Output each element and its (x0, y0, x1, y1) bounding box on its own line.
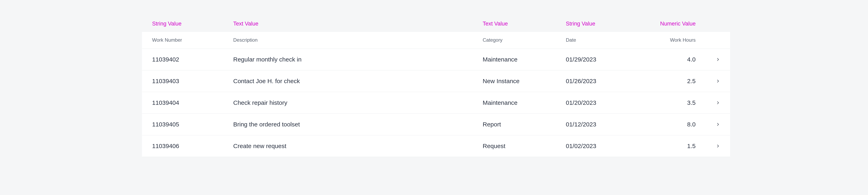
cell-date: 01/12/2023 (556, 114, 649, 135)
cell-work-number: 11039405 (142, 114, 223, 135)
cell-category: New Instance (472, 70, 556, 92)
column-header-row: Work Number Description Category Date Wo… (142, 31, 730, 49)
cell-work-number: 11039404 (142, 92, 223, 114)
cell-work-number: 11039406 (142, 135, 223, 157)
header-work-hours[interactable]: Work Hours (649, 32, 706, 48)
cell-category: Request (472, 135, 556, 157)
cell-work-hours: 2.5 (649, 70, 706, 92)
cell-work-hours: 3.5 (649, 92, 706, 114)
col-type-spacer (706, 16, 730, 31)
cell-date: 01/29/2023 (556, 49, 649, 70)
header-spacer (706, 32, 730, 48)
table-row[interactable]: 11039402 Regular monthly check in Mainte… (142, 49, 730, 70)
row-expand[interactable] (706, 136, 730, 156)
table-row[interactable]: 11039405 Bring the ordered toolset Repor… (142, 114, 730, 135)
cell-description: Contact Joe H. for check (223, 70, 472, 92)
col-type-category: Text Value (472, 16, 556, 31)
chevron-right-icon (716, 79, 720, 83)
cell-category: Maintenance (472, 49, 556, 70)
chevron-right-icon (716, 144, 720, 149)
col-type-date: String Value (556, 16, 649, 31)
header-date[interactable]: Date (556, 32, 649, 48)
col-type-work-hours: Numeric Value (649, 16, 706, 31)
cell-description: Regular monthly check in (223, 49, 472, 70)
header-category[interactable]: Category (472, 32, 556, 48)
col-type-work-number: String Value (142, 16, 223, 31)
cell-description: Check repair history (223, 92, 472, 114)
header-work-number[interactable]: Work Number (142, 32, 223, 48)
column-type-row: String Value Text Value Text Value Strin… (142, 16, 730, 31)
cell-date: 01/20/2023 (556, 92, 649, 114)
page: String Value Text Value Text Value Strin… (0, 0, 868, 195)
table-row[interactable]: 11039406 Create new request Request 01/0… (142, 135, 730, 157)
work-table: String Value Text Value Text Value Strin… (142, 16, 730, 157)
cell-work-number: 11039403 (142, 70, 223, 92)
cell-date: 01/26/2023 (556, 70, 649, 92)
cell-work-hours: 4.0 (649, 49, 706, 70)
row-expand[interactable] (706, 50, 730, 69)
cell-description: Bring the ordered toolset (223, 114, 472, 135)
row-expand[interactable] (706, 115, 730, 134)
col-type-description: Text Value (223, 16, 472, 31)
table-row[interactable]: 11039404 Check repair history Maintenanc… (142, 92, 730, 114)
cell-description: Create new request (223, 135, 472, 157)
cell-work-number: 11039402 (142, 49, 223, 70)
table-row[interactable]: 11039403 Contact Joe H. for check New In… (142, 70, 730, 92)
cell-work-hours: 8.0 (649, 114, 706, 135)
row-expand[interactable] (706, 93, 730, 113)
chevron-right-icon (716, 57, 720, 62)
cell-category: Report (472, 114, 556, 135)
cell-work-hours: 1.5 (649, 135, 706, 157)
chevron-right-icon (716, 100, 720, 105)
header-description[interactable]: Description (223, 32, 472, 48)
row-expand[interactable] (706, 71, 730, 91)
cell-category: Maintenance (472, 92, 556, 114)
chevron-right-icon (716, 122, 720, 127)
cell-date: 01/02/2023 (556, 135, 649, 157)
